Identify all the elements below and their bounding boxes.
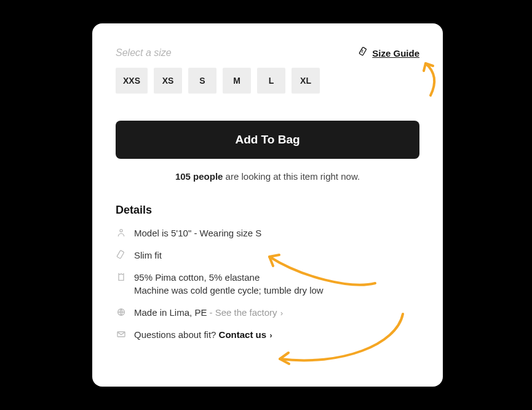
questions-text: Questions about fit? bbox=[134, 329, 219, 340]
detail-model: Model is 5'10" - Wearing size S bbox=[116, 227, 419, 240]
detail-fit-text: Slim fit bbox=[134, 249, 162, 262]
size-option-l[interactable]: L bbox=[257, 68, 285, 94]
svg-line-2 bbox=[362, 52, 363, 52]
detail-fit: Slim fit bbox=[116, 249, 419, 262]
contact-us-link[interactable]: Contact us › bbox=[219, 329, 272, 340]
made-in-text: Made in Lima, PE bbox=[134, 307, 210, 318]
size-option-xs[interactable]: XS bbox=[154, 68, 182, 94]
chevron-right-icon: › bbox=[277, 309, 283, 318]
ruler-icon bbox=[359, 47, 368, 59]
size-guide-link[interactable]: Size Guide bbox=[359, 47, 419, 59]
person-icon bbox=[116, 227, 127, 238]
svg-rect-0 bbox=[359, 47, 367, 55]
detail-model-text: Model is 5'10" - Wearing size S bbox=[134, 227, 261, 240]
mail-icon bbox=[116, 328, 127, 339]
detail-contact: Questions about fit? Contact us › bbox=[116, 328, 419, 342]
product-card: Select a size Size Guide XXS XS S M L XL… bbox=[92, 23, 443, 387]
chevron-right-icon: › bbox=[266, 331, 272, 340]
shirt-icon bbox=[116, 271, 127, 282]
svg-line-1 bbox=[362, 50, 363, 50]
detail-made-in: Made in Lima, PE - See the factory › bbox=[116, 306, 419, 320]
size-guide-label: Size Guide bbox=[372, 48, 419, 58]
select-size-label: Select a size bbox=[116, 47, 172, 58]
details-heading: Details bbox=[116, 204, 419, 217]
globe-icon bbox=[116, 306, 127, 317]
size-header-row: Select a size Size Guide bbox=[116, 47, 419, 59]
size-option-xl[interactable]: XL bbox=[292, 68, 320, 94]
detail-material-line1: 95% Pima cotton, 5% elastane bbox=[134, 272, 260, 283]
detail-material: 95% Pima cotton, 5% elastane Machine was… bbox=[116, 271, 419, 298]
svg-point-3 bbox=[120, 230, 122, 232]
viewers-count: 105 people bbox=[175, 171, 223, 182]
viewers-notice: 105 people are looking at this item righ… bbox=[116, 171, 419, 182]
size-option-m[interactable]: M bbox=[223, 68, 251, 94]
size-options: XXS XS S M L XL bbox=[116, 68, 419, 94]
size-option-xxs[interactable]: XXS bbox=[116, 68, 148, 94]
viewers-suffix: are looking at this item right now. bbox=[223, 171, 360, 182]
size-option-s[interactable]: S bbox=[188, 68, 216, 94]
add-to-bag-button[interactable]: Add To Bag bbox=[116, 121, 419, 159]
svg-rect-4 bbox=[117, 250, 124, 259]
ruler-small-icon bbox=[116, 249, 127, 260]
detail-material-line2: Machine was cold gentle cycle; tumble dr… bbox=[134, 285, 324, 295]
see-factory-link[interactable]: - See the factory › bbox=[210, 307, 283, 318]
